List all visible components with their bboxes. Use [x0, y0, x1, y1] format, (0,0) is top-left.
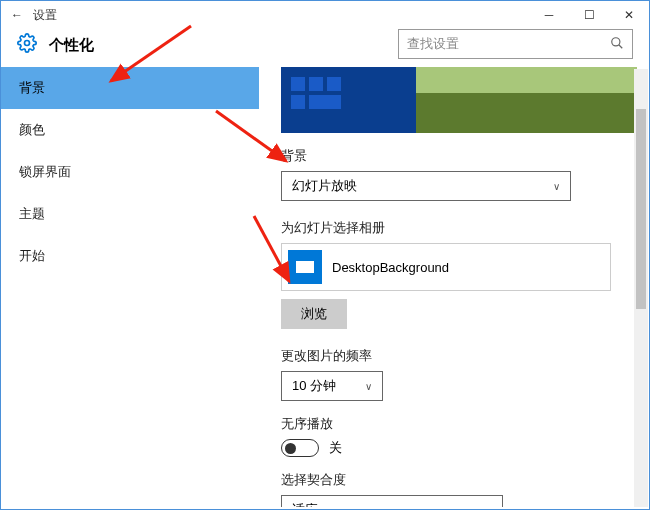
search-placeholder: 查找设置: [407, 35, 459, 53]
content-pane: 背景 幻灯片放映 ∨ 为幻灯片选择相册 DesktopBackground 浏览…: [259, 67, 649, 507]
frequency-select[interactable]: 10 分钟 ∨: [281, 371, 383, 401]
browse-button[interactable]: 浏览: [281, 299, 347, 329]
fit-label: 选择契合度: [281, 471, 637, 489]
album-label: 为幻灯片选择相册: [281, 219, 637, 237]
album-item[interactable]: DesktopBackground: [281, 243, 611, 291]
fit-select[interactable]: 适应 ∨: [281, 495, 503, 507]
titlebar: ← 设置 ─ ☐ ✕: [1, 1, 649, 29]
background-label: 背景: [281, 147, 637, 165]
sidebar-item-label: 锁屏界面: [19, 164, 71, 179]
frequency-value: 10 分钟: [292, 377, 336, 395]
window-title: 设置: [33, 7, 57, 24]
chevron-down-icon: ∨: [365, 381, 372, 392]
header: 个性化 查找设置: [1, 29, 649, 67]
close-button[interactable]: ✕: [609, 1, 649, 29]
sidebar-item-label: 颜色: [19, 122, 45, 137]
svg-point-0: [25, 41, 30, 46]
search-icon: [610, 36, 624, 53]
scrollbar-thumb[interactable]: [636, 109, 646, 309]
minimize-button[interactable]: ─: [529, 1, 569, 29]
vertical-scrollbar[interactable]: [634, 69, 648, 507]
shuffle-toggle[interactable]: [281, 439, 319, 457]
sidebar-item-start[interactable]: 开始: [1, 235, 259, 277]
svg-point-1: [612, 37, 620, 45]
album-name: DesktopBackground: [332, 260, 449, 275]
desktop-preview: [281, 67, 637, 133]
shuffle-label: 无序播放: [281, 415, 637, 433]
sidebar-item-label: 背景: [19, 80, 45, 95]
gear-icon: [17, 33, 37, 57]
chevron-down-icon: ∨: [553, 181, 560, 192]
sidebar: 背景 颜色 锁屏界面 主题 开始: [1, 67, 259, 507]
sidebar-item-colors[interactable]: 颜色: [1, 109, 259, 151]
folder-icon: [288, 250, 322, 284]
shuffle-value: 关: [329, 439, 342, 457]
svg-line-2: [619, 44, 623, 48]
sidebar-item-label: 主题: [19, 206, 45, 221]
sidebar-item-themes[interactable]: 主题: [1, 193, 259, 235]
search-input[interactable]: 查找设置: [398, 29, 633, 59]
sidebar-item-lockscreen[interactable]: 锁屏界面: [1, 151, 259, 193]
toggle-thumb: [285, 443, 296, 454]
browse-button-label: 浏览: [301, 306, 327, 321]
fit-value: 适应: [292, 501, 318, 507]
chevron-down-icon: ∨: [485, 505, 492, 508]
background-select[interactable]: 幻灯片放映 ∨: [281, 171, 571, 201]
maximize-button[interactable]: ☐: [569, 1, 609, 29]
settings-window: ← 设置 ─ ☐ ✕ 个性化 查找设置 背景 颜色 锁屏界面 主题 开始: [0, 0, 650, 510]
background-value: 幻灯片放映: [292, 177, 357, 195]
sidebar-item-background[interactable]: 背景: [1, 67, 259, 109]
back-icon[interactable]: ←: [11, 8, 23, 22]
section-title: 个性化: [49, 36, 94, 55]
sidebar-item-label: 开始: [19, 248, 45, 263]
frequency-label: 更改图片的频率: [281, 347, 637, 365]
